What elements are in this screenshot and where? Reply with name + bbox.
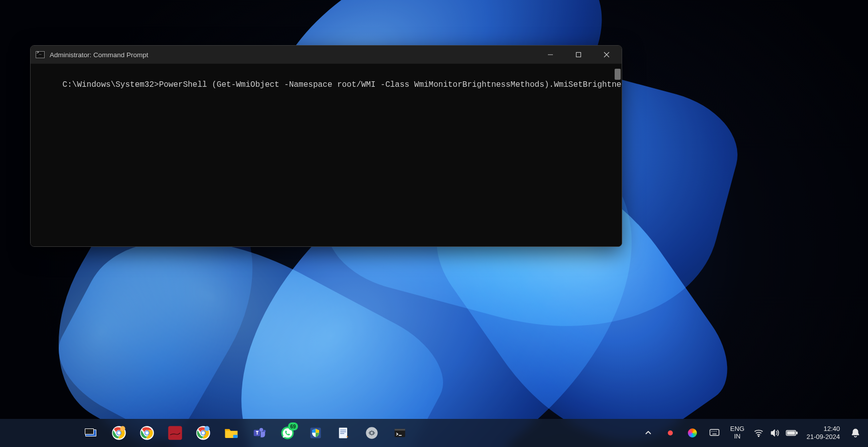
svg-rect-30 xyxy=(395,429,405,431)
close-icon xyxy=(604,52,610,58)
volume-icon xyxy=(770,428,780,437)
taskbar-app-red[interactable] xyxy=(165,422,186,443)
svg-rect-39 xyxy=(796,432,797,434)
close-button[interactable] xyxy=(593,46,621,64)
svg-rect-31 xyxy=(710,429,719,435)
desktop: Administrator: Command Prompt C:\Windows… xyxy=(0,0,868,447)
svg-rect-26 xyxy=(339,428,347,438)
taskbar-teams[interactable] xyxy=(249,422,270,443)
tray-notifications[interactable] xyxy=(849,423,862,443)
gear-icon xyxy=(365,426,379,440)
taskbar: 69 xyxy=(0,419,868,447)
window-controls xyxy=(536,46,621,64)
note-app-icon xyxy=(337,426,351,440)
clock-time: 12:40 xyxy=(807,425,840,433)
svg-point-19 xyxy=(205,426,210,431)
svg-rect-20 xyxy=(233,435,238,438)
language-top: ENG xyxy=(730,425,744,433)
command-prompt-window[interactable]: Administrator: Command Prompt C:\Windows… xyxy=(30,45,622,247)
maximize-icon xyxy=(575,52,582,58)
tray-color-app[interactable] xyxy=(686,423,699,443)
whatsapp-badge: 69 xyxy=(288,422,298,430)
terminal-command: PowerShell (Get-WmiObject -Namespace roo… xyxy=(159,80,622,89)
taskbar-chrome-profile-2[interactable] xyxy=(136,422,158,443)
chrome-icon xyxy=(139,425,155,440)
taskbar-pinned-apps: 69 xyxy=(80,422,410,443)
terminal-icon xyxy=(393,426,407,440)
tray-recording-indicator[interactable] xyxy=(664,423,677,443)
cmd-icon xyxy=(36,51,45,58)
taskbar-file-explorer[interactable] xyxy=(221,422,242,443)
minimize-button[interactable] xyxy=(536,46,564,64)
taskbar-terminal[interactable] xyxy=(389,422,410,443)
taskbar-whatsapp[interactable]: 69 xyxy=(277,422,298,443)
bell-icon xyxy=(851,428,860,438)
tray-network-sound-battery[interactable] xyxy=(754,428,798,437)
window-title: Administrator: Command Prompt xyxy=(50,51,149,59)
color-circle-icon xyxy=(688,428,697,437)
svg-point-37 xyxy=(758,435,759,436)
red-app-icon xyxy=(168,425,183,440)
taskbar-chrome-profile-3[interactable] xyxy=(193,422,214,443)
wifi-icon xyxy=(754,429,764,437)
system-tray: ENG IN 12:40 21-09-2024 xyxy=(642,423,862,443)
chevron-up-icon xyxy=(645,429,652,436)
task-view-icon xyxy=(84,426,98,440)
taskbar-chrome-profile-1[interactable] xyxy=(108,422,129,443)
svg-point-18 xyxy=(202,431,205,435)
svg-rect-40 xyxy=(787,431,795,434)
svg-point-28 xyxy=(371,432,373,434)
keyboard-icon xyxy=(709,429,719,437)
terminal-body[interactable]: C:\Windows\System32>PowerShell (Get-WmiO… xyxy=(31,64,622,246)
tray-language-switcher[interactable]: ENG IN xyxy=(730,425,744,440)
svg-point-11 xyxy=(120,426,125,431)
battery-icon xyxy=(786,429,798,436)
tray-overflow-button[interactable] xyxy=(642,423,655,443)
taskbar-task-view[interactable] xyxy=(80,422,101,443)
shield-uac-icon xyxy=(309,426,323,440)
teams-icon xyxy=(252,425,267,440)
titlebar[interactable]: Administrator: Command Prompt xyxy=(31,46,622,64)
svg-rect-1 xyxy=(576,53,581,57)
terminal-scrollbar[interactable] xyxy=(615,69,621,80)
maximize-button[interactable] xyxy=(564,46,593,64)
taskbar-notepad-app[interactable] xyxy=(333,422,354,443)
chrome-icon xyxy=(111,425,126,440)
minimize-icon xyxy=(547,52,553,58)
taskbar-settings[interactable] xyxy=(361,422,382,443)
taskbar-security-app[interactable] xyxy=(305,422,326,443)
svg-point-10 xyxy=(117,431,121,435)
terminal-prompt: C:\Windows\System32> xyxy=(63,80,159,89)
chrome-icon xyxy=(196,425,211,440)
tray-touch-keyboard[interactable] xyxy=(708,423,721,443)
tray-clock[interactable]: 12:40 21-09-2024 xyxy=(807,425,840,440)
record-dot-icon xyxy=(668,430,673,435)
folder-icon xyxy=(224,425,239,440)
language-bottom: IN xyxy=(730,433,744,440)
clock-date: 21-09-2024 xyxy=(807,433,840,441)
svg-point-14 xyxy=(146,431,149,435)
svg-rect-7 xyxy=(85,429,93,434)
